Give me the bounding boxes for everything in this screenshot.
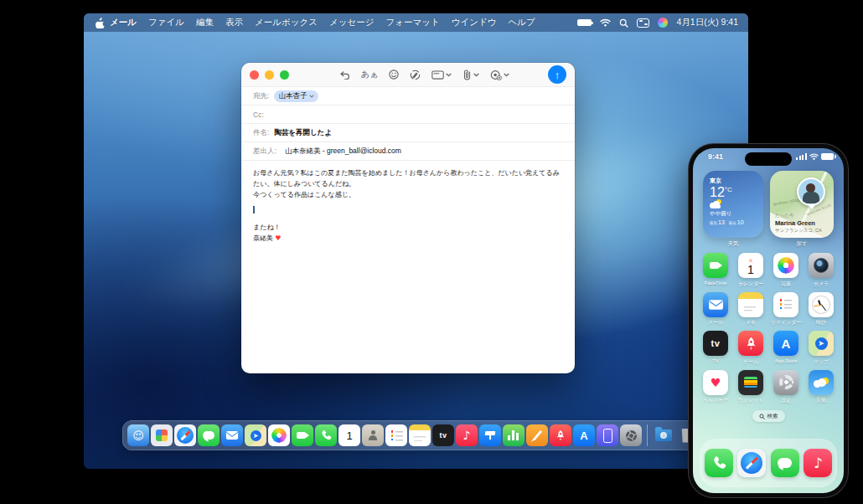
wifi-icon[interactable] [600,18,611,27]
menu-format[interactable]: フォーマット [385,17,439,28]
widgets-row: 東京 12°C やや曇り 最高13 最低10 天気 MARINA GREEN D… [693,171,844,248]
menu-view[interactable]: 表示 [225,17,243,28]
body-closing: またね！ [253,223,563,234]
app-wallet[interactable]: ウォレット [735,370,767,405]
dock-contacts-icon[interactable] [362,424,384,446]
dock-phone-icon[interactable] [315,424,337,446]
app-notes[interactable]: メモ [735,292,767,327]
spotlight-search-icon[interactable] [619,18,628,28]
menu-bar-clock[interactable]: 4月1日(火) 9:41 [676,17,738,28]
weather-widget[interactable]: 東京 12°C やや曇り 最高13 最低10 [703,171,763,238]
dock-mail-icon[interactable] [221,424,243,446]
app-calendar[interactable]: 火1カレンダー [735,253,767,288]
home-search-pill[interactable]: 検索 [752,410,785,422]
dock-safari-icon[interactable] [174,424,196,446]
dock-games-icon[interactable] [550,424,571,446]
iphone-status-bar: 9:41 [693,148,844,165]
app-clock[interactable]: 時計 [805,292,837,327]
findmy-widget[interactable]: MARINA GREEN DR MARINA BLVD たった今 Marina … [770,171,834,238]
dock-downloads-icon[interactable]: ↓ [653,424,674,446]
dock-phone-icon[interactable] [705,449,733,477]
dock-facetime-icon[interactable] [292,424,313,446]
dock-photos-icon[interactable] [268,424,290,446]
partly-cloudy-icon [710,202,723,208]
menu-mail[interactable]: メール [110,17,137,28]
dock-messages-icon[interactable] [198,424,220,446]
location-arrow-shape: ➤ [251,430,261,441]
to-field[interactable]: 宛先: 山本杏子 [241,87,575,105]
dock-finder-icon[interactable]: ☺ [127,424,149,446]
send-button[interactable]: ↑ [548,65,566,84]
gear-icon [779,375,793,389]
iphone-dock: ♪ [700,439,837,487]
dock-appstore-icon[interactable]: A [573,424,595,446]
app-settings[interactable]: 設定 [770,370,802,405]
control-center-icon[interactable] [637,18,649,28]
dock-keynote-icon[interactable] [479,424,501,446]
menu-window[interactable]: ウインドウ [452,17,497,28]
insert-photo-button[interactable] [490,69,509,80]
note-lines-shape [414,436,426,441]
apple-menu-icon[interactable] [96,18,105,28]
app-health[interactable]: ♥ヘルスケア [700,370,731,405]
dock-maps-icon[interactable]: ➤ [245,424,266,446]
zoom-window-button[interactable] [280,70,289,80]
recipient-token[interactable]: 山本杏子 [274,90,318,102]
close-window-button[interactable] [250,70,259,80]
menu-help[interactable]: ヘルプ [508,17,535,28]
app-appstore[interactable]: AApp Store [770,331,802,366]
emoji-icon[interactable] [389,69,399,80]
dock-music-icon[interactable]: ♪ [804,449,832,477]
text-cursor [253,206,255,213]
app-maps[interactable]: ➤マップ [805,331,837,366]
dock-launchpad-icon[interactable] [151,424,173,446]
dock-reminders-icon[interactable] [385,424,407,446]
app-weather[interactable]: 天気 [805,370,837,405]
dock-pages-icon[interactable] [526,424,548,446]
dock-settings-icon[interactable] [620,424,642,446]
dock-music-icon[interactable]: ♪ [456,424,478,446]
dock-iphone-mirroring-icon[interactable] [597,424,618,446]
from-field[interactable]: 差出人: 山本奈緒美 - green_ball@icloud.com [241,142,575,161]
facetime-icon [710,262,719,269]
format-text-button[interactable]: あぁ [361,69,378,80]
markup-icon[interactable] [410,69,421,80]
findmy-person-name: Marina Green [775,219,822,227]
app-photos[interactable]: 写真 [770,253,802,288]
app-camera[interactable]: カメラ [805,253,837,288]
app-reminders[interactable]: リマインダー [770,292,802,327]
dock-separator [647,424,648,446]
menu-file[interactable]: ファイル [148,17,184,28]
app-mail[interactable]: メール [700,292,731,327]
podium-shape [485,431,495,440]
screenshot-stage: メール ファイル 編集 表示 メールボックス メッセージ フォーマット ウインド… [0,0,863,504]
dock-notes-icon[interactable] [409,424,431,446]
subject-field[interactable]: 件名: 陶芸を再開したよ [241,124,575,142]
phone-outline-shape [603,429,612,443]
menu-edit[interactable]: 編集 [196,17,214,28]
heart-emoji: ♥ [275,234,281,242]
dock-calendar-icon[interactable]: 1 [338,424,360,446]
app-tv[interactable]: tvTV [700,331,731,366]
minimize-window-button[interactable] [265,70,274,80]
menu-items: メール ファイル 編集 表示 メールボックス メッセージ フォーマット ウインド… [110,17,535,28]
mail-toolbar: あぁ [241,63,575,87]
message-body[interactable]: お母さん元気？私はこの夏また陶芸を始めました！お母さんから教わったこと、だいたい… [241,161,575,252]
app-games[interactable]: ゲーム [735,331,767,366]
menu-message[interactable]: メッセージ [329,17,374,28]
menu-mailbox[interactable]: メールボックス [255,17,318,28]
dock-messages-icon[interactable] [771,449,799,477]
gear-icon [626,430,637,441]
dock-tv-icon[interactable]: tv [432,424,454,446]
undo-icon[interactable] [339,70,350,80]
cc-field[interactable]: Cc: [241,105,575,124]
attach-file-button[interactable] [463,69,479,80]
battery-icon[interactable] [577,19,592,26]
header-fields-button[interactable] [432,70,452,80]
siri-icon[interactable] [658,18,668,28]
iphone-clock: 9:41 [708,152,723,161]
compass-shape [177,427,194,444]
dock-numbers-icon[interactable] [503,424,525,446]
dock-safari-icon[interactable] [737,449,766,477]
app-facetime[interactable]: FaceTime [700,253,731,288]
